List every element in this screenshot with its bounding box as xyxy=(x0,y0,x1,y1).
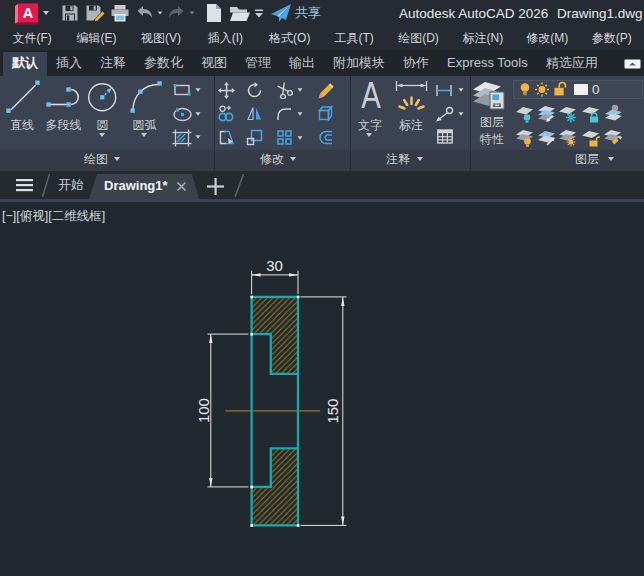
svg-text:30: 30 xyxy=(266,257,283,274)
svg-text:100: 100 xyxy=(195,398,212,423)
svg-text:A: A xyxy=(23,5,34,21)
svg-text:150: 150 xyxy=(324,399,341,424)
svg-text:A: A xyxy=(361,78,381,110)
